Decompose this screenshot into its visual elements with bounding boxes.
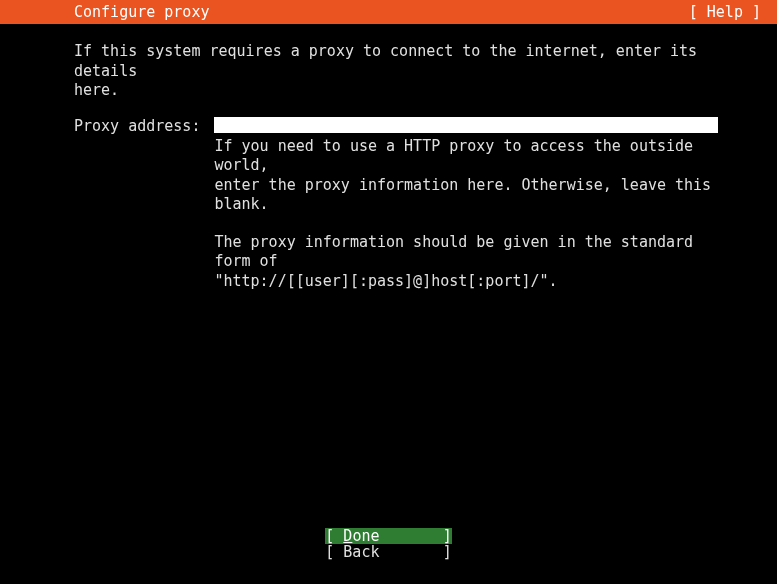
proxy-help-text-1: If you need to use a HTTP proxy to acces… bbox=[214, 137, 718, 215]
header-bar: Configure proxy [ Help ] bbox=[0, 0, 777, 24]
footer-buttons: [ Done ] [ Back ] bbox=[0, 528, 777, 560]
page-title: Configure proxy bbox=[74, 3, 209, 21]
proxy-help-text-2: The proxy information should be given in… bbox=[214, 233, 718, 292]
help-button[interactable]: [ Help ] bbox=[689, 3, 761, 21]
proxy-form-row: Proxy address: If you need to use a HTTP… bbox=[74, 117, 703, 292]
proxy-address-label: Proxy address: bbox=[74, 117, 200, 135]
content-area: If this system requires a proxy to conne… bbox=[0, 24, 777, 291]
proxy-form-right: If you need to use a HTTP proxy to acces… bbox=[214, 117, 718, 292]
proxy-address-input[interactable] bbox=[214, 117, 718, 133]
done-button[interactable]: [ Done ] bbox=[325, 528, 451, 544]
intro-text: If this system requires a proxy to conne… bbox=[74, 42, 703, 101]
back-button[interactable]: [ Back ] bbox=[325, 544, 451, 560]
